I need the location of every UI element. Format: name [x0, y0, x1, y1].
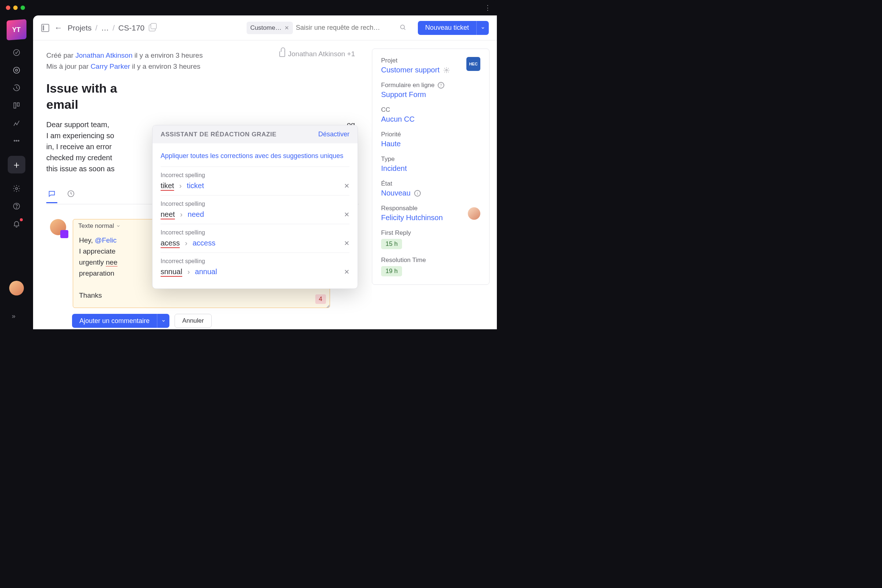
- app-logo[interactable]: YT: [7, 19, 27, 40]
- field-label-cc: CC: [381, 106, 480, 114]
- add-comment-caret[interactable]: [157, 314, 170, 328]
- state-value[interactable]: Nouveau: [381, 189, 411, 197]
- breadcrumb: Projets / … / CS-170: [68, 24, 156, 32]
- svg-point-1: [14, 67, 20, 74]
- field-label-form: Formulaire en ligne ?: [381, 82, 480, 89]
- info-icon[interactable]: ?: [438, 82, 444, 88]
- dismiss-suggestion-icon[interactable]: ✕: [344, 268, 350, 276]
- text-style-dropdown[interactable]: Texte normal: [78, 222, 114, 230]
- cancel-button[interactable]: Annuler: [175, 314, 212, 328]
- breadcrumb-issue-id[interactable]: CS-170: [118, 24, 144, 32]
- search-icon[interactable]: [399, 24, 406, 32]
- apply-suggestion-link[interactable]: need: [188, 210, 204, 219]
- field-label-type: Type: [381, 156, 480, 163]
- back-button[interactable]: ←: [54, 23, 63, 33]
- priority-value[interactable]: Haute: [381, 140, 480, 148]
- current-user-avatar[interactable]: [9, 281, 24, 296]
- more-icon[interactable]: [12, 136, 21, 146]
- ticket-details-panel: Projet Customer support HEC Formulaire e…: [372, 48, 489, 285]
- ticket-title: Issue with aemail: [46, 80, 311, 112]
- svg-point-7: [18, 140, 19, 141]
- arrow-right-icon: ›: [180, 210, 183, 219]
- new-ticket-button[interactable]: Nouveau ticket: [418, 21, 476, 35]
- commenter-avatar: [50, 219, 66, 235]
- dismiss-suggestion-icon[interactable]: ✕: [344, 211, 350, 219]
- ticket-description: Dear support team, I am experiencing so …: [46, 119, 115, 174]
- topbar: ← Projets / … / CS-170 Custome… ✕: [33, 15, 497, 40]
- project-avatar: HEC: [466, 57, 480, 71]
- field-label-resolution-time: Resolution Time: [381, 256, 480, 264]
- arrow-right-icon: ›: [185, 239, 188, 248]
- info-icon[interactable]: i: [414, 190, 421, 196]
- assignee-value[interactable]: Felicity Hutchinson: [381, 213, 443, 222]
- disable-assistant-link[interactable]: Désactiver: [318, 130, 350, 138]
- first-reply-badge: 15 h: [381, 239, 402, 249]
- dashboard-icon[interactable]: [12, 48, 21, 57]
- notifications-icon[interactable]: [12, 219, 21, 229]
- form-value[interactable]: Support Form: [381, 90, 480, 99]
- search-input[interactable]: [296, 22, 399, 34]
- arrow-right-icon: ›: [188, 267, 190, 276]
- project-link[interactable]: Customer support: [381, 66, 440, 74]
- add-comment-button[interactable]: Ajouter un commentaire: [72, 314, 157, 328]
- project-settings-icon[interactable]: [443, 67, 450, 74]
- copy-link-icon[interactable]: [149, 25, 156, 31]
- svg-point-11: [400, 25, 405, 29]
- issues-icon[interactable]: [12, 65, 21, 75]
- type-value[interactable]: Incident: [381, 164, 480, 173]
- reports-icon[interactable]: [12, 118, 21, 128]
- tab-comments[interactable]: [46, 187, 57, 203]
- suggestion-item: Incorrect spelling acess › access ✕: [160, 224, 350, 252]
- svg-point-6: [16, 140, 17, 141]
- svg-point-2: [15, 69, 18, 71]
- tab-history[interactable]: [65, 187, 76, 203]
- resize-handle-icon[interactable]: ◢: [325, 303, 328, 306]
- window-maximize-icon[interactable]: [21, 6, 25, 10]
- apply-all-link[interactable]: Appliquer toutes les corrections avec de…: [160, 149, 350, 166]
- chip-remove-icon[interactable]: ✕: [285, 25, 289, 31]
- cc-value[interactable]: Aucun CC: [381, 115, 480, 123]
- app-sidebar: YT ＋ »: [0, 15, 33, 329]
- dismiss-suggestion-icon[interactable]: ✕: [344, 182, 350, 190]
- help-icon[interactable]: [12, 201, 21, 211]
- resolution-time-badge: 19 h: [381, 266, 402, 276]
- visibility-indicator[interactable]: Jonathan Atkinson +1: [279, 50, 355, 58]
- dismiss-suggestion-icon[interactable]: ✕: [344, 239, 350, 248]
- search-filter-chip[interactable]: Custome… ✕: [247, 22, 293, 34]
- sidebar-expand-icon[interactable]: »: [12, 312, 21, 322]
- settings-icon[interactable]: [12, 184, 21, 193]
- title-bar: ⋮: [0, 0, 497, 15]
- activity-icon[interactable]: [12, 83, 21, 93]
- error-count-badge[interactable]: 4: [315, 294, 326, 304]
- user-mention[interactable]: @Felic: [95, 236, 117, 244]
- chevron-down-icon[interactable]: [116, 224, 120, 228]
- field-label-first-reply: First Reply: [381, 230, 480, 237]
- breadcrumb-root[interactable]: Projets: [68, 24, 92, 32]
- breadcrumb-ellipsis[interactable]: …: [101, 24, 109, 32]
- apply-suggestion-link[interactable]: annual: [195, 267, 217, 276]
- popup-title: ASSISTANT DE RÉDACTION GRAZIE: [160, 131, 277, 138]
- window-minimize-icon[interactable]: [13, 6, 18, 10]
- quick-add-button[interactable]: ＋: [8, 156, 26, 174]
- svg-point-5: [14, 140, 15, 141]
- svg-point-0: [14, 50, 20, 56]
- svg-point-8: [15, 188, 18, 190]
- panel-toggle-icon[interactable]: [41, 24, 49, 32]
- suggestion-item: Incorrect spelling tiket › ticket ✕: [160, 166, 350, 195]
- window-close-icon[interactable]: [6, 6, 10, 10]
- apply-suggestion-link[interactable]: ticket: [187, 182, 204, 190]
- updated-by-link[interactable]: Carry Parker: [90, 63, 130, 70]
- field-label-state: État: [381, 180, 480, 188]
- writing-assistant-popup: ASSISTANT DE RÉDACTION GRAZIE Désactiver…: [152, 125, 358, 289]
- suggestion-item: Incorrect spelling snnual › annual ✕: [160, 252, 350, 281]
- arrow-right-icon: ›: [179, 182, 182, 190]
- board-icon[interactable]: [12, 101, 21, 110]
- svg-rect-3: [14, 103, 16, 108]
- new-ticket-caret[interactable]: [476, 21, 489, 35]
- kebab-menu-icon[interactable]: ⋮: [484, 4, 491, 12]
- svg-point-10: [16, 208, 16, 208]
- apply-suggestion-link[interactable]: access: [193, 239, 215, 248]
- suggestion-item: Incorrect spelling neet › need ✕: [160, 195, 350, 224]
- created-by-link[interactable]: Jonathan Atkinson: [75, 51, 132, 59]
- field-label-priority: Priorité: [381, 131, 480, 138]
